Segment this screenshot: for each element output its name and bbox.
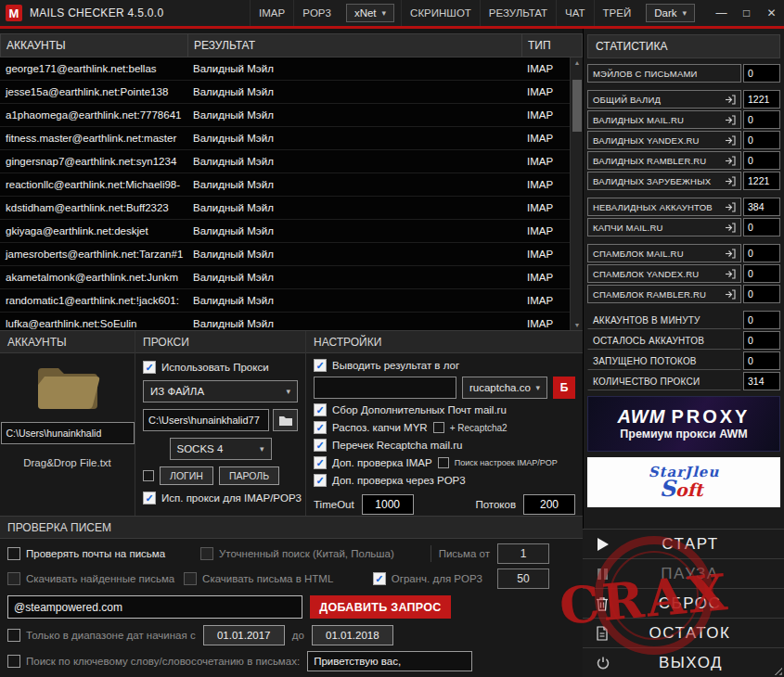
proxy-auth-checkbox[interactable] [143,470,154,481]
keyword-search-checkbox[interactable] [7,655,20,668]
proxy-password-button[interactable]: ПАРОЛЬ [219,466,279,485]
download-found-checkbox[interactable] [7,572,20,585]
proxy-source-dropdown[interactable]: ИЗ ФАЙЛА ▾ [143,380,298,402]
recaptcha2-option[interactable]: + Recaptcha2 [433,422,508,433]
imap-check-option[interactable]: Доп. проверка IMAP [314,456,432,469]
query-input[interactable] [7,595,302,619]
pop3-limit-option[interactable]: Огранч. для POP3 [373,572,482,585]
accounts-file-path[interactable]: C:\Users\hunainkhalid [1,422,135,444]
table-row[interactable]: lufka@earthlink.net:SoEulin Валидный Мэй… [0,313,570,330]
minimize-button[interactable]: — [709,0,734,26]
column-header-accounts[interactable]: АККАУНТЫ [1,34,188,57]
download-html-checkbox[interactable] [184,572,197,585]
imap-check-checkbox[interactable] [314,456,327,469]
refined-search-checkbox[interactable] [200,547,213,560]
table-row[interactable]: gkiyaga@earthlink.net:deskjet Валидный М… [0,220,570,243]
export-icon[interactable] [725,269,736,279]
pause-button[interactable]: ПАУЗА [583,558,784,588]
xnet-dropdown[interactable]: xNet ▾ [346,4,394,22]
date-to-input[interactable] [312,625,393,645]
pop3-limit-checkbox[interactable] [373,572,386,585]
export-icon[interactable] [725,223,736,233]
proxy-for-imap-option[interactable]: Исп. прокси для IMAP/POP3 [143,492,298,505]
export-icon[interactable] [725,249,736,259]
log-output-checkbox[interactable] [314,359,327,372]
export-icon[interactable] [725,115,736,125]
pop3-check-option[interactable]: Доп. проверка через POP3 [314,474,575,487]
starjleu-soft-banner[interactable]: StarJleu Soft [587,457,780,507]
maximize-button[interactable]: □ [734,0,759,26]
pop3-check-checkbox[interactable] [314,474,327,487]
menu-screenshot[interactable]: СКРИНШОТ [401,0,480,26]
menu-pop3[interactable]: POP3 [293,0,340,26]
recheck-recaptcha-option[interactable]: Перечек Recaptcha mail.ru [314,439,575,452]
proxy-type-dropdown[interactable]: SOCKS 4 ▾ [170,438,272,460]
check-letters-option[interactable]: Проверять почты на письма [7,547,193,560]
table-row[interactable]: reactionllc@earthlink.net:Michaeli98- Ва… [0,173,570,197]
keyword-input[interactable] [307,651,472,671]
use-proxy-checkbox[interactable] [143,361,156,374]
scroll-up-icon[interactable]: ▲ [571,59,583,66]
menu-result[interactable]: РЕЗУЛЬТАТ [480,0,556,26]
export-icon[interactable] [725,176,736,186]
keyword-search-option[interactable]: Поиск по ключевому слову/словосочетанию … [7,655,300,668]
proxy-for-imap-checkbox[interactable] [143,492,156,505]
table-row[interactable]: fitness.master@earthlink.net:master Вали… [0,127,570,150]
download-found-option[interactable]: Скачивать найденные письма [7,572,176,585]
date-range-checkbox[interactable] [7,629,20,642]
export-icon[interactable] [725,202,736,212]
recognize-captcha-checkbox[interactable] [314,421,327,434]
collect-mailru-option[interactable]: Сбор Дополнительных Почт mail.ru [314,403,575,416]
folder-icon[interactable] [34,363,101,415]
balance-button[interactable]: Б [553,377,575,399]
recognize-captcha-option[interactable]: Распоз. капчи MYR [314,421,428,434]
proxy-login-button[interactable]: ЛОГИН [160,466,213,485]
imap-settings-option[interactable]: Поиск настроек IMAP/POP [438,457,558,468]
use-proxy-option[interactable]: Использовать Прокси [143,361,298,374]
captcha-service-dropdown[interactable]: rucaptcha.co ▾ [462,377,547,399]
collect-mailru-checkbox[interactable] [314,403,327,416]
column-header-type[interactable]: ТИП [522,34,582,57]
captcha-key-input[interactable] [314,377,456,399]
scroll-down-icon[interactable]: ▼ [571,322,583,328]
table-row[interactable]: akametalmonk@earthlink.net:Junkm Валидны… [0,266,570,289]
browse-proxy-button[interactable] [273,409,298,431]
date-range-option[interactable]: Только в диапазоне дат начиная с [7,629,196,642]
table-row[interactable]: randomatic1@earthlink.net:!jack601: Вали… [0,289,570,313]
recheck-recaptcha-checkbox[interactable] [314,439,327,452]
table-row[interactable]: gingersnap7@earthlink.net:syn1234 Валидн… [0,150,570,173]
refined-search-option[interactable]: Уточненный поиск (Китай, Польша) [200,547,400,560]
exit-button[interactable]: ВЫХОД [583,647,784,677]
start-button[interactable]: СТАРТ [583,529,784,558]
scrollbar-thumb[interactable] [572,80,582,132]
threads-input[interactable] [523,494,575,515]
export-icon[interactable] [725,289,736,300]
theme-dropdown[interactable]: Dark ▾ [646,4,695,22]
pop3-limit-input[interactable] [497,568,549,589]
table-row[interactable]: george171@earthlink.net:bellas Валидный … [0,57,570,81]
recaptcha2-checkbox[interactable] [433,422,444,433]
export-icon[interactable] [725,135,736,146]
check-letters-checkbox[interactable] [7,547,20,560]
table-row[interactable]: jesse15a@earthlink.net:Pointe138 Валидны… [0,81,570,104]
close-button[interactable]: ✕ [759,0,784,26]
menu-chat[interactable]: ЧАТ [556,0,593,26]
awm-proxy-banner[interactable]: AWMPROXY Премиум прокси AWM [587,396,780,452]
remainder-button[interactable]: ОСТАТОК [583,618,784,647]
menu-imap[interactable]: IMAP [250,0,293,26]
date-from-input[interactable] [203,625,285,645]
export-icon[interactable] [725,156,736,166]
add-query-button[interactable]: ДОБАВИТЬ ЗАПРОС [310,595,451,619]
reset-button[interactable]: СБРОС [583,588,784,618]
table-row[interactable]: kdstidham@earthlink.net:Buff2323 Валидны… [0,197,570,220]
letters-from-input[interactable] [497,543,549,564]
imap-settings-checkbox[interactable] [438,457,449,468]
table-scrollbar[interactable]: ▲ ▼ [570,57,583,330]
column-header-result[interactable]: РЕЗУЛЬТАТ [188,34,522,57]
accounts-drop-area[interactable]: C:\Users\hunainkhalid Drag&Drop File.txt [0,353,135,516]
log-output-option[interactable]: Выводить результат в лог [314,359,575,372]
export-icon[interactable] [725,95,736,105]
table-row[interactable]: a1phaomega@earthlink.net:7778641 Валидны… [0,104,570,127]
download-html-option[interactable]: Скачивать письма в HTML [184,572,366,585]
proxy-file-input[interactable] [143,409,269,431]
